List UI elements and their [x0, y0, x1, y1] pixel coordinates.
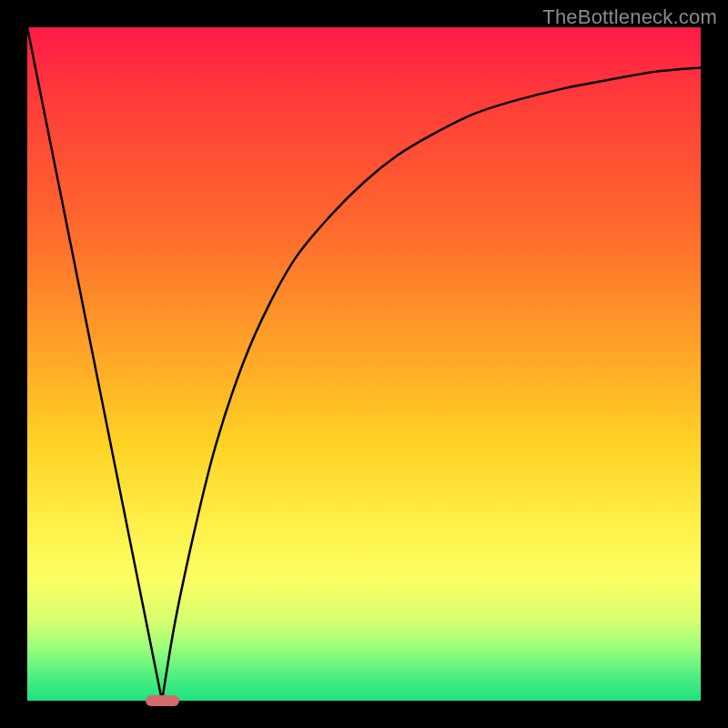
- optimal-marker: [146, 695, 179, 706]
- plot-area: [27, 27, 701, 701]
- curve-left-branch: [27, 27, 162, 701]
- chart-frame: TheBottleneck.com: [0, 0, 728, 728]
- watermark-text: TheBottleneck.com: [542, 5, 717, 29]
- bottleneck-curve: [27, 27, 701, 701]
- curve-right-branch: [162, 67, 701, 701]
